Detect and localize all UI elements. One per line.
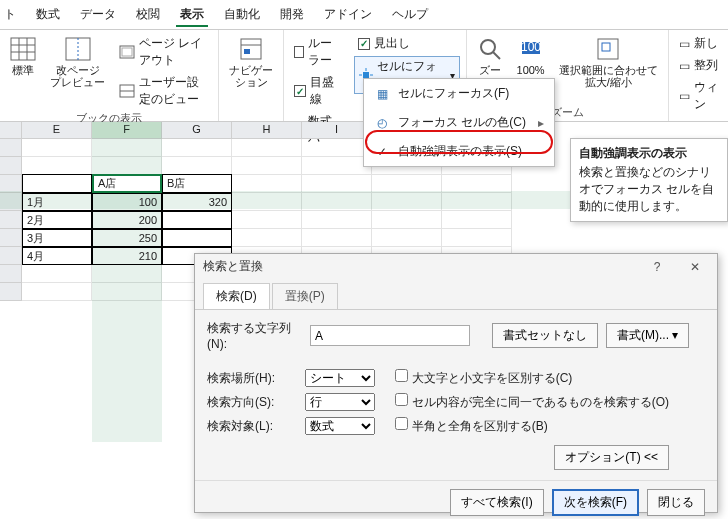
checkmark-icon: ✓ [374, 145, 390, 159]
row-header[interactable] [0, 193, 22, 211]
row-header[interactable] [0, 229, 22, 247]
cell[interactable] [162, 157, 232, 175]
cell[interactable] [92, 157, 162, 175]
within-select[interactable]: シート [305, 369, 375, 387]
format-button-label: 書式(M)... [617, 328, 669, 342]
cell[interactable] [302, 229, 372, 247]
menu-auto-highlight[interactable]: ✓ 自動強調表示の表示(S) [364, 137, 554, 166]
cell[interactable] [232, 211, 302, 229]
row-header[interactable] [0, 139, 22, 157]
row-header[interactable] [0, 175, 22, 193]
lookin-select[interactable]: 数式 [305, 417, 375, 435]
cell[interactable] [22, 265, 92, 283]
cell[interactable] [302, 157, 372, 175]
options-button[interactable]: オプション(T) << [554, 445, 669, 470]
col-header[interactable]: G [162, 122, 232, 139]
cell[interactable] [232, 193, 302, 211]
direction-label: 検索方向(S): [207, 394, 302, 411]
match-width-checkbox[interactable]: 半角と全角を区別する(B) [395, 417, 669, 435]
find-input[interactable] [310, 325, 470, 346]
row-header[interactable] [0, 211, 22, 229]
cell[interactable] [232, 229, 302, 247]
col-header[interactable]: I [302, 122, 372, 139]
window-button[interactable]: ▭ウィン [675, 78, 722, 114]
row-header[interactable] [0, 157, 22, 175]
ruler-checkbox[interactable]: ルーラー [290, 34, 347, 70]
format-button[interactable]: 書式(M)... ▾ [606, 323, 689, 348]
tab-formula[interactable]: 数式 [32, 4, 64, 27]
normal-view-button[interactable]: 標準 [6, 34, 40, 109]
cell[interactable] [442, 229, 512, 247]
cell-focus-icon: ▦ [374, 87, 390, 101]
tab-help[interactable]: ヘルプ [388, 4, 432, 27]
tab-replace[interactable]: 置換(P) [272, 283, 338, 309]
cell[interactable] [442, 193, 512, 211]
col-header[interactable]: E [22, 122, 92, 139]
menu-focus-color[interactable]: ◴ フォーカス セルの色(C) ▸ [364, 108, 554, 137]
tab-view[interactable]: 表示 [176, 4, 208, 27]
cell[interactable] [232, 157, 302, 175]
cell[interactable] [372, 175, 442, 193]
select-all-corner[interactable] [0, 122, 22, 139]
cell[interactable] [92, 139, 162, 157]
cell[interactable] [302, 211, 372, 229]
new-window-button[interactable]: ▭新し [675, 34, 722, 53]
page-layout-button[interactable]: ページ レイアウト [115, 34, 212, 70]
cell[interactable] [442, 175, 512, 193]
cell[interactable] [92, 265, 162, 283]
match-whole-checkbox[interactable]: セル内容が完全に同一であるものを検索する(O) [395, 393, 669, 411]
zoom-selection-button[interactable]: 選択範囲に合わせて 拡大/縮小 [555, 34, 662, 90]
cell[interactable] [302, 139, 372, 157]
match-case-checkbox[interactable]: 大文字と小文字を区別する(C) [395, 369, 669, 387]
new-window-label: 新し [694, 35, 718, 52]
cell[interactable] [302, 193, 372, 211]
cell[interactable] [232, 175, 302, 193]
tab-find[interactable]: 検索(D) [203, 283, 270, 309]
find-next-button[interactable]: 次を検索(F) [552, 489, 639, 516]
row-header[interactable] [0, 247, 22, 265]
tab-file-trunc[interactable]: ト [0, 4, 20, 27]
find-replace-dialog: 検索と置換 ? ✕ 検索(D) 置換(P) 検索する文字列(N): 書式セットな… [194, 253, 718, 513]
gridlines-checkbox[interactable]: 目盛線 [290, 73, 347, 109]
find-label: 検索する文字列(N): [207, 320, 302, 351]
help-button[interactable]: ? [643, 260, 671, 274]
cell[interactable] [442, 211, 512, 229]
col-header[interactable]: F [92, 122, 162, 139]
tab-automate[interactable]: 自動化 [220, 4, 264, 27]
cell[interactable] [372, 229, 442, 247]
arrange-label: 整列 [694, 57, 718, 74]
menu-cell-focus[interactable]: ▦ セルにフォーカス(F) [364, 79, 554, 108]
row-header[interactable] [0, 283, 22, 301]
close-button[interactable]: 閉じる [647, 489, 705, 516]
format-unset-button[interactable]: 書式セットなし [492, 323, 598, 348]
dialog-titlebar[interactable]: 検索と置換 ? ✕ [195, 254, 717, 279]
cell[interactable] [22, 157, 92, 175]
find-all-button[interactable]: すべて検索(I) [450, 489, 543, 516]
cell[interactable] [162, 139, 232, 157]
close-icon[interactable]: ✕ [681, 260, 709, 274]
pagebreak-preview-button[interactable]: 改ページ プレビュー [46, 34, 109, 109]
cell[interactable] [92, 283, 162, 301]
row-header[interactable] [0, 265, 22, 283]
col-header[interactable]: H [232, 122, 302, 139]
custom-view-button[interactable]: ユーザー設定のビュー [115, 73, 212, 109]
navigation-button[interactable]: ナビゲー ション [225, 34, 277, 90]
chevron-right-icon: ▸ [538, 116, 544, 130]
cell[interactable] [22, 283, 92, 301]
tab-data[interactable]: データ [76, 4, 120, 27]
match-whole-label: セル内容が完全に同一であるものを検索する(O) [412, 395, 669, 409]
tab-review[interactable]: 校閲 [132, 4, 164, 27]
direction-select[interactable]: 行 [305, 393, 375, 411]
svg-rect-8 [122, 48, 132, 56]
cell[interactable] [232, 139, 302, 157]
tab-addin[interactable]: アドイン [320, 4, 376, 27]
menu-focus-color-label: フォーカス セルの色(C) [398, 114, 526, 131]
magnifier-icon [477, 36, 503, 62]
arrange-button[interactable]: ▭整列 [675, 56, 722, 75]
tab-developer[interactable]: 開発 [276, 4, 308, 27]
cell[interactable] [302, 175, 372, 193]
cell[interactable] [372, 193, 442, 211]
cell[interactable] [22, 139, 92, 157]
headings-checkbox[interactable]: 見出し [354, 34, 460, 53]
cell[interactable] [372, 211, 442, 229]
